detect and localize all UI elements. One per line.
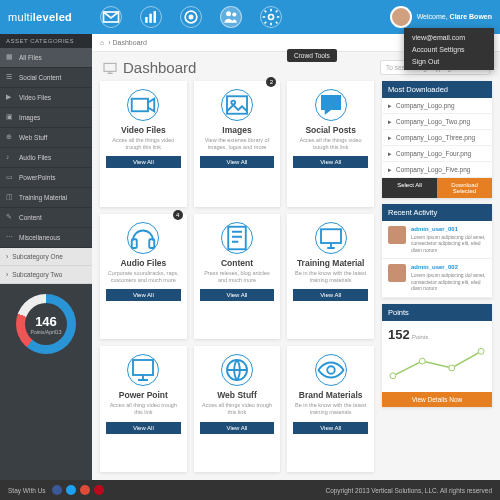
video-icon	[127, 89, 159, 121]
sidebar-item-web[interactable]: ⊕Web Stuff	[0, 128, 92, 148]
sidebar-item-images[interactable]: ▣Images	[0, 108, 92, 128]
svg-point-22	[449, 365, 455, 371]
points-value: 152	[388, 327, 410, 342]
brand-logo[interactable]: multileveled	[8, 11, 72, 23]
sidebar-item-audio[interactable]: ♪Audio Files	[0, 148, 92, 168]
card-training: Training MaterialBe in the know with the…	[287, 214, 374, 340]
nav-users-icon[interactable]	[220, 6, 242, 28]
view-all-button[interactable]: View All	[293, 156, 368, 168]
svg-rect-3	[154, 11, 157, 23]
view-all-button[interactable]: View All	[106, 289, 181, 301]
web-icon	[221, 354, 253, 386]
user-menu[interactable]: Welcome, Clare Bowen	[390, 6, 492, 28]
social-tw-icon[interactable]	[66, 485, 76, 495]
ppt-icon	[127, 354, 159, 386]
svg-rect-2	[149, 14, 152, 23]
card-content: ContentPress releses, blog articles and …	[194, 214, 281, 340]
downloads-panel: Most Downloaded ▸Company_Logo.png ▸Compa…	[382, 81, 492, 198]
activity-item[interactable]: admin_user_002Lorem ipsum adipiscing dol…	[382, 259, 492, 297]
view-all-button[interactable]: View All	[200, 156, 275, 168]
download-item[interactable]: ▸Company_Logo_Two.png	[382, 114, 492, 130]
crumb-current: Dashboard	[113, 39, 147, 46]
social-links	[52, 485, 104, 495]
sidebar-item-social[interactable]: ☰Social Content	[0, 68, 92, 88]
view-all-button[interactable]: View All	[106, 422, 181, 434]
svg-rect-13	[132, 239, 137, 248]
view-all-button[interactable]: View All	[200, 422, 275, 434]
sidebar-sub-1[interactable]: ›Subcategory One	[0, 248, 92, 266]
panel-title: Points	[382, 304, 492, 321]
svg-point-21	[419, 358, 425, 364]
view-all-button[interactable]: View All	[106, 156, 181, 168]
svg-rect-16	[321, 229, 341, 243]
panel-title: Recent Activity	[382, 204, 492, 221]
card-images: 2 ImagesView the extense library of imag…	[194, 81, 281, 207]
badge-images: 2	[266, 77, 276, 87]
svg-rect-14	[150, 239, 155, 248]
svg-rect-17	[133, 360, 153, 375]
svg-rect-9	[104, 63, 116, 71]
sidebar-item-all[interactable]: ▦All Files	[0, 48, 92, 68]
svg-point-23	[478, 348, 484, 354]
card-video: Video FilesAcces all the things video tr…	[100, 81, 187, 207]
images-icon	[221, 89, 253, 121]
card-web: Web StuffAcces all things video trough t…	[194, 346, 281, 472]
card-audio: 4 Audio FilesCorporate soundtracks, raps…	[100, 214, 187, 340]
training-icon	[315, 222, 347, 254]
card-social: Social PostsAcces all the things video t…	[287, 81, 374, 207]
home-icon[interactable]: ⌂	[100, 39, 104, 46]
svg-rect-15	[228, 226, 246, 249]
svg-point-5	[189, 15, 192, 18]
svg-rect-11	[227, 96, 247, 114]
activity-item[interactable]: admin_user_001Lorem ipsum adipiscing dol…	[382, 221, 492, 259]
sidebar-sub-2[interactable]: ›Subcategory Two	[0, 266, 92, 284]
tooltip-crowd: Crowd Tools	[287, 49, 337, 62]
view-all-button[interactable]: View All	[293, 422, 368, 434]
user-dropdown: view@email.com Account Settigns Sign Out	[404, 28, 494, 70]
view-details-button[interactable]: View Details Now	[382, 392, 492, 407]
sidebar: ASSET CATEGORIES ▦All Files ☰Social Cont…	[0, 34, 92, 480]
sidebar-item-training[interactable]: ◫Training Material	[0, 188, 92, 208]
nav-target-icon[interactable]	[180, 6, 202, 28]
download-item[interactable]: ▸Company_Logo_Five.png	[382, 162, 492, 178]
sidebar-item-content[interactable]: ✎Content	[0, 208, 92, 228]
sidebar-item-ppt[interactable]: ▭PowerPoints	[0, 168, 92, 188]
svg-rect-1	[145, 17, 148, 23]
sidebar-item-misc[interactable]: ⋯Miscellaneous	[0, 228, 92, 248]
copyright: Copyright 2013 Vertical Solutions, LLC. …	[325, 487, 492, 494]
user-email: view@email.com	[404, 31, 494, 43]
download-item[interactable]: ▸Company_Logo.png	[382, 98, 492, 114]
menu-settings[interactable]: Account Settigns	[404, 43, 494, 55]
activity-panel: Recent Activity admin_user_001Lorem ipsu…	[382, 204, 492, 298]
cards-grid: Video FilesAcces all the things video tr…	[100, 81, 374, 472]
points-panel: Points 152 Points View Details Now	[382, 304, 492, 407]
avatar	[388, 226, 406, 244]
svg-point-6	[226, 11, 231, 16]
view-all-button[interactable]: View All	[293, 289, 368, 301]
social-gp-icon[interactable]	[80, 485, 90, 495]
top-nav	[100, 6, 282, 28]
sidebar-item-video[interactable]: ▶Video Files	[0, 88, 92, 108]
brand-icon	[315, 354, 347, 386]
user-welcome: Welcome, Clare Bowen	[417, 13, 492, 21]
footer: Stay With Us Copyright 2013 Vertical Sol…	[0, 480, 500, 500]
svg-point-19	[327, 367, 335, 375]
avatar	[388, 264, 406, 282]
download-item[interactable]: ▸Company_Logo_Four.png	[382, 146, 492, 162]
download-item[interactable]: ▸Company_Logo_Three.png	[382, 130, 492, 146]
audio-icon	[127, 222, 159, 254]
user-avatar	[390, 6, 412, 28]
card-brand: Brand MaterialsBe in the know with the l…	[287, 346, 374, 472]
panel-title: Most Downloaded	[382, 81, 492, 98]
social-pin-icon[interactable]	[94, 485, 104, 495]
view-all-button[interactable]: View All	[200, 289, 275, 301]
social-icon	[315, 89, 347, 121]
select-all-button[interactable]: Select All	[382, 178, 437, 198]
social-fb-icon[interactable]	[52, 485, 62, 495]
download-selected-button[interactable]: Download Selected	[437, 178, 492, 198]
menu-signout[interactable]: Sign Out	[404, 55, 494, 67]
nav-mail-icon[interactable]	[100, 6, 122, 28]
nav-stats-icon[interactable]	[140, 6, 162, 28]
nav-gear-icon[interactable]	[260, 6, 282, 28]
gauge-value: 146	[35, 314, 57, 329]
